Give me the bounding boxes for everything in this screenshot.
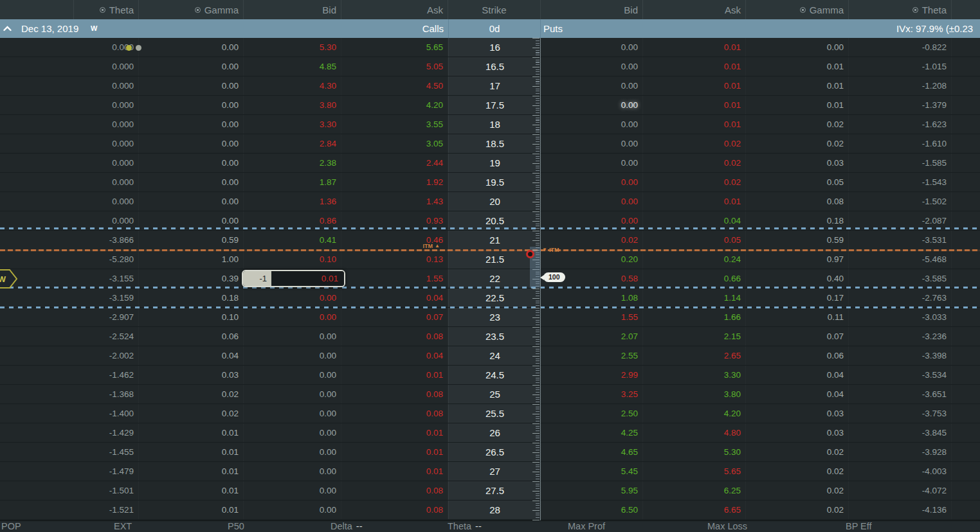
put-ask-cell[interactable]: 0.02: [643, 134, 746, 153]
call-bid-cell[interactable]: 0.41: [244, 231, 341, 249]
put-ask-cell[interactable]: 5.65: [643, 462, 746, 481]
call-ask-cell[interactable]: 5.05: [341, 57, 448, 76]
call-ask-cell[interactable]: 1.43: [341, 192, 448, 211]
call-bid-cell[interactable]: 0.00: [244, 443, 341, 461]
call-bid-cell[interactable]: 1.87: [244, 173, 341, 191]
call-bid-cell[interactable]: 3.80: [244, 96, 341, 114]
put-bid-cell[interactable]: 0.00: [541, 96, 643, 114]
put-ask-cell[interactable]: 0.01: [643, 76, 746, 95]
put-bid-cell[interactable]: 1.08: [541, 288, 643, 307]
put-ask-cell[interactable]: 0.02: [643, 173, 746, 191]
put-bid-cell[interactable]: 4.25: [541, 423, 643, 442]
call-bid-cell[interactable]: 0.00: [244, 385, 341, 403]
working-order-badge[interactable]: W: [0, 269, 19, 289]
call-ask-cell[interactable]: 0.01: [341, 462, 448, 481]
call-ask-cell[interactable]: 0.13: [341, 250, 448, 269]
put-bid-cell[interactable]: 0.00: [541, 38, 643, 57]
header-call-ask[interactable]: Ask: [341, 0, 448, 19]
put-ask-cell[interactable]: 0.01: [643, 96, 746, 114]
call-bid-cell[interactable]: 5.30: [244, 38, 341, 57]
put-bid-cell[interactable]: 0.00: [541, 173, 643, 191]
put-ask-cell[interactable]: 0.01: [643, 192, 746, 211]
call-ask-cell[interactable]: 0.01: [341, 443, 448, 461]
call-ask-cell[interactable]: 1.92: [341, 173, 448, 191]
put-ask-cell[interactable]: 6.65: [643, 501, 746, 519]
call-ask-cell[interactable]: 4.50: [341, 76, 448, 95]
call-bid-cell[interactable]: 2.38: [244, 154, 341, 172]
header-call-gamma[interactable]: Gamma: [139, 0, 244, 19]
put-ask-cell[interactable]: 2.65: [643, 346, 746, 365]
put-ask-cell[interactable]: 4.20: [643, 404, 746, 423]
call-ask-cell[interactable]: 3.55: [341, 115, 448, 134]
header-call-bid[interactable]: Bid: [244, 0, 341, 19]
put-bid-cell[interactable]: 2.55: [541, 346, 643, 365]
put-ask-cell[interactable]: 3.30: [643, 366, 746, 384]
header-strike[interactable]: Strike: [448, 0, 541, 19]
call-bid-cell[interactable]: 0.10: [244, 250, 341, 269]
call-bid-cell[interactable]: 0.00: [244, 462, 341, 481]
call-bid-cell[interactable]: 0.00: [244, 481, 341, 500]
put-bid-cell[interactable]: 0.00: [541, 115, 643, 134]
call-ask-cell[interactable]: 0.07: [341, 308, 448, 326]
header-put-gamma[interactable]: Gamma: [746, 0, 849, 19]
call-ask-cell[interactable]: 0.01: [341, 366, 448, 384]
put-bid-cell[interactable]: 3.25: [541, 385, 643, 403]
put-bid-cell[interactable]: 4.65: [541, 443, 643, 461]
order-entry-widget[interactable]: -1 0.01: [242, 270, 345, 287]
header-put-theta[interactable]: Theta: [849, 0, 952, 19]
header-put-bid[interactable]: Bid: [541, 0, 643, 19]
put-bid-cell[interactable]: 5.95: [541, 481, 643, 500]
put-ask-cell[interactable]: 0.05: [643, 231, 746, 249]
call-ask-cell[interactable]: 2.44: [341, 154, 448, 172]
put-bid-cell[interactable]: 5.45: [541, 462, 643, 481]
call-bid-cell[interactable]: 0.00: [244, 501, 341, 519]
put-ask-cell[interactable]: 5.30: [643, 443, 746, 461]
put-ask-cell[interactable]: 0.01: [643, 115, 746, 134]
put-bid-cell[interactable]: 1.55: [541, 308, 643, 326]
call-ask-cell[interactable]: 0.08: [341, 327, 448, 346]
put-ask-cell[interactable]: 0.01: [643, 38, 746, 57]
put-bid-cell[interactable]: 2.99: [541, 366, 643, 384]
put-ask-cell[interactable]: 0.02: [643, 154, 746, 172]
put-ask-cell[interactable]: 4.80: [643, 423, 746, 442]
call-bid-cell[interactable]: 0.00: [244, 346, 341, 365]
put-bid-cell[interactable]: 0.00: [541, 57, 643, 76]
call-bid-cell[interactable]: 0.00: [244, 327, 341, 346]
header-put-ask[interactable]: Ask: [643, 0, 746, 19]
order-price-input[interactable]: 0.01: [271, 271, 344, 286]
call-bid-cell[interactable]: 0.00: [244, 366, 341, 384]
put-bid-cell[interactable]: 0.00: [541, 192, 643, 211]
put-ask-cell[interactable]: 6.25: [643, 481, 746, 500]
put-ask-cell[interactable]: 1.66: [643, 308, 746, 326]
put-bid-cell[interactable]: 0.00: [541, 134, 643, 153]
put-ask-cell[interactable]: 2.15: [643, 327, 746, 346]
call-bid-cell[interactable]: 0.00: [244, 404, 341, 423]
call-ask-cell[interactable]: 0.01: [341, 423, 448, 442]
put-ask-cell[interactable]: 1.14: [643, 288, 746, 307]
put-bid-cell[interactable]: 0.00: [541, 154, 643, 172]
put-bid-cell[interactable]: 2.07: [541, 327, 643, 346]
call-bid-cell[interactable]: 3.30: [244, 115, 341, 134]
put-bid-cell[interactable]: 2.50: [541, 404, 643, 423]
expiration-header-bar[interactable]: Dec 13, 2019 W Calls 0d Puts IVx: 97.9% …: [0, 19, 980, 38]
call-ask-cell[interactable]: 0.08: [341, 501, 448, 519]
header-call-theta[interactable]: Theta: [74, 0, 139, 19]
call-bid-cell[interactable]: 2.84: [244, 134, 341, 153]
call-ask-cell[interactable]: 3.05: [341, 134, 448, 153]
call-ask-cell[interactable]: 0.08: [341, 404, 448, 423]
call-bid-cell[interactable]: 4.85: [244, 57, 341, 76]
put-bid-cell[interactable]: 0.00: [541, 76, 643, 95]
call-bid-cell[interactable]: 0.00: [244, 288, 341, 307]
call-bid-cell[interactable]: 4.30: [244, 76, 341, 95]
call-ask-cell[interactable]: 4.20: [341, 96, 448, 114]
call-ask-cell[interactable]: 0.04: [341, 346, 448, 365]
call-bid-cell[interactable]: 1.36: [244, 192, 341, 211]
call-ask-cell[interactable]: 0.08: [341, 385, 448, 403]
call-ask-cell[interactable]: 1.55: [341, 269, 448, 288]
call-ask-cell[interactable]: 0.04: [341, 288, 448, 307]
put-ask-cell[interactable]: 3.80: [643, 385, 746, 403]
call-ask-cell[interactable]: 5.65: [341, 38, 448, 57]
call-bid-cell[interactable]: 0.00: [244, 423, 341, 442]
put-ask-cell[interactable]: 0.66: [643, 269, 746, 288]
put-ask-cell[interactable]: 0.24: [643, 250, 746, 269]
